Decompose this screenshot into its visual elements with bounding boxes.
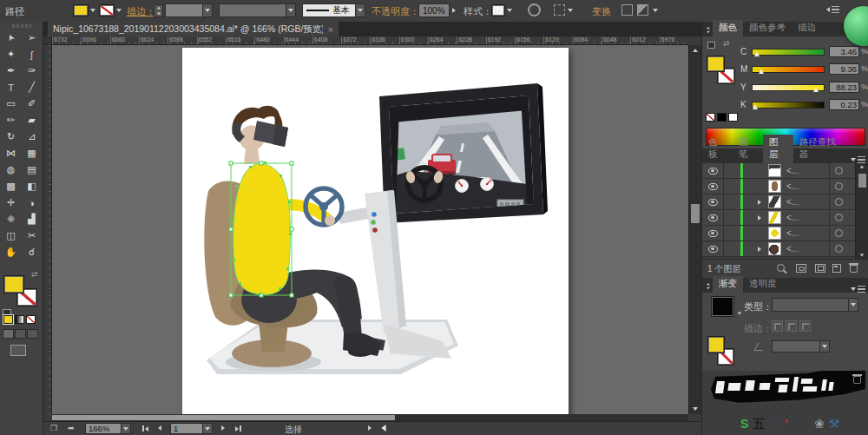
vertical-scroll-thumb[interactable]	[691, 204, 700, 223]
ime-punctuation-icon[interactable]: ’	[785, 415, 788, 432]
scale-tool[interactable]: ⊿	[22, 129, 43, 145]
status-arrow-icon[interactable]: ➦	[68, 424, 75, 432]
ime-sogou-icon[interactable]: S	[740, 415, 748, 432]
white-swatch[interactable]	[728, 113, 738, 122]
stroke-along-icon[interactable]	[786, 320, 797, 332]
simulator-monitor[interactable]	[379, 83, 548, 223]
stroke-across-icon[interactable]	[799, 320, 811, 332]
brush-definition-field[interactable]: 基本	[302, 3, 356, 17]
opacity-link[interactable]: 不透明度：	[372, 5, 419, 18]
style-swatch[interactable]	[491, 4, 505, 16]
visibility-eye-icon[interactable]	[702, 163, 724, 178]
layer-name[interactable]: <...	[786, 244, 799, 254]
expand-arrow-icon[interactable]	[758, 200, 761, 205]
layer-name[interactable]: <...	[786, 181, 799, 191]
gradient-type-dropdown[interactable]	[772, 298, 858, 312]
symbol-sprayer-tool[interactable]: ❈	[1, 211, 22, 227]
zoom-caret-icon[interactable]	[121, 423, 131, 434]
magic-wand-tool[interactable]: ✦	[1, 46, 22, 63]
clipping-mask-icon[interactable]	[796, 264, 806, 273]
gradient-fill-swatch[interactable]	[707, 336, 725, 353]
visibility-eye-icon[interactable]	[702, 179, 724, 194]
eyedropper-tool[interactable]: ✛	[1, 194, 22, 211]
select-similar-caret-icon[interactable]	[568, 9, 573, 12]
locate-object-icon[interactable]	[777, 264, 785, 272]
vertical-ruler[interactable]	[43, 45, 52, 414]
tab-color-guide[interactable]: 颜色参考	[743, 20, 792, 36]
brush-caret-icon[interactable]	[355, 3, 365, 17]
layer-row[interactable]: <...	[702, 241, 868, 257]
tab-transparency[interactable]: 透明度	[743, 276, 783, 293]
paintbrush-tool[interactable]: ✐	[22, 96, 43, 112]
width-profile-field[interactable]	[219, 3, 286, 17]
last-artboard-icon[interactable]	[235, 425, 241, 432]
ime-skin-icon[interactable]: ❀	[814, 415, 825, 432]
free-transform-tool[interactable]: ▦	[22, 145, 43, 161]
column-graph-tool[interactable]: ▟	[22, 211, 43, 227]
fill-caret-icon[interactable]	[90, 9, 95, 12]
pencil-tool[interactable]: ✏	[1, 112, 22, 129]
perspective-grid-tool[interactable]: ▤	[22, 161, 43, 178]
stroke-weight-field[interactable]	[165, 3, 203, 17]
viewport[interactable]	[52, 45, 688, 414]
layer-thumbnail[interactable]	[768, 227, 781, 240]
visibility-eye-icon[interactable]	[702, 226, 724, 241]
target-circle-icon[interactable]	[835, 182, 843, 190]
tab-swatches[interactable]: 色板	[702, 135, 733, 163]
swap-fill-stroke-icon[interactable]: ⇄	[31, 270, 38, 279]
layers-scroll-thumb[interactable]	[858, 174, 866, 188]
hand-tool[interactable]: ✋	[1, 244, 22, 260]
line-segment-tool[interactable]: ╱	[22, 79, 43, 96]
ime-moon-icon[interactable]: ☽	[769, 415, 780, 432]
stroke-link[interactable]: 描边：	[127, 5, 155, 18]
fill-color-swatch[interactable]	[73, 4, 89, 16]
screen-mode-icon[interactable]	[10, 345, 26, 356]
target-circle-icon[interactable]	[835, 167, 843, 175]
cyan-slider[interactable]	[752, 49, 825, 56]
target-circle-icon[interactable]	[835, 245, 843, 253]
black-value-field[interactable]: 0.23	[829, 99, 859, 110]
toolbar-grip[interactable]	[12, 24, 31, 28]
horizontal-ruler[interactable]: 6732669666606624658865526516648064446408…	[52, 36, 688, 45]
color-mode-icon[interactable]	[3, 315, 13, 324]
new-layer-icon[interactable]	[832, 264, 841, 273]
first-artboard-icon[interactable]	[142, 425, 148, 432]
arrange-caret-icon[interactable]	[653, 9, 658, 12]
yellow-slider[interactable]	[752, 84, 825, 91]
selection-tool[interactable]: ➤	[1, 30, 22, 46]
stroke-color-swatch[interactable]	[99, 4, 115, 16]
visibility-eye-icon[interactable]	[702, 241, 724, 256]
gradient-angle-caret-icon[interactable]	[819, 340, 830, 353]
gradient-mode-icon[interactable]	[15, 315, 24, 324]
direct-selection-tool[interactable]: ➢	[22, 30, 43, 46]
black-slider[interactable]	[752, 102, 825, 109]
gradient-tool[interactable]: ◧	[22, 178, 43, 194]
width-profile-caret-icon[interactable]	[286, 3, 296, 17]
ime-toolbox-icon[interactable]: ⚒	[829, 415, 840, 432]
artboard-number-field[interactable]: 1	[170, 423, 203, 434]
anchor-point-tool[interactable]: ✑	[22, 63, 43, 79]
tab-gradient[interactable]: 渐变	[713, 276, 743, 293]
zoom-tool[interactable]: ☌	[22, 244, 43, 260]
status-grid-icon[interactable]: ❐	[50, 424, 57, 432]
visibility-eye-icon[interactable]	[702, 194, 724, 209]
layer-name[interactable]: <...	[786, 228, 799, 238]
style-caret-icon[interactable]	[507, 9, 512, 12]
black-swatch[interactable]	[717, 113, 727, 122]
yellow-value-field[interactable]: 88.23	[829, 82, 859, 93]
stroke-weight-caret-icon[interactable]	[202, 3, 213, 17]
layer-name[interactable]: <...	[786, 166, 799, 175]
zoom-level-field[interactable]: 166%	[85, 423, 122, 434]
gradient-type-caret-icon[interactable]	[848, 298, 858, 312]
stroke-weight-stepper[interactable]	[154, 4, 163, 17]
tab-stroke[interactable]: 描边	[792, 20, 822, 36]
layer-name[interactable]: <...	[786, 197, 799, 207]
gradient-preview-swatch[interactable]	[711, 296, 734, 317]
gradient-angle-field[interactable]	[772, 340, 820, 353]
magenta-value-field[interactable]: 9.36	[829, 63, 859, 75]
layer-thumbnail[interactable]	[768, 242, 781, 255]
toolbar-fill-swatch[interactable]	[3, 275, 24, 293]
layer-thumbnail[interactable]	[768, 195, 781, 208]
vertical-scrollbar[interactable]	[688, 45, 701, 414]
layer-row[interactable]: <...	[702, 194, 868, 210]
